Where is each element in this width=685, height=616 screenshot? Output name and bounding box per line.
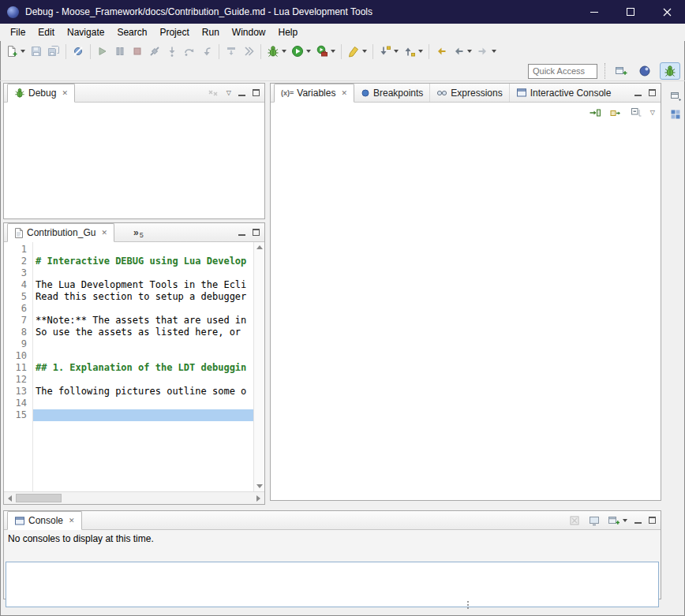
clear-console-icon[interactable]	[568, 514, 581, 527]
minimize-view-icon[interactable]	[634, 90, 642, 96]
code-line[interactable]: The Lua Development Tools in the Ecli	[33, 279, 253, 291]
tab-console[interactable]: Console ✕	[7, 511, 82, 530]
code-line[interactable]	[33, 409, 253, 421]
tab-interactive-console[interactable]: Interactive Console	[509, 84, 618, 102]
open-console-button[interactable]	[608, 514, 627, 527]
minimized-view-stack-button[interactable]	[667, 106, 683, 122]
terminate-button[interactable]	[129, 43, 146, 60]
perspective-ldt-button[interactable]	[634, 62, 655, 80]
tab-variables[interactable]: (x)= Variables ✕	[274, 84, 354, 103]
scroll-right-icon[interactable]	[256, 495, 260, 502]
vertical-scrollbar[interactable]	[253, 242, 264, 491]
menu-search[interactable]: Search	[110, 25, 153, 39]
back-dropdown-icon[interactable]	[467, 50, 472, 53]
step-into-button[interactable]	[163, 43, 181, 60]
back-button[interactable]	[450, 43, 474, 60]
run-dropdown-icon[interactable]	[306, 50, 311, 53]
disconnect-button[interactable]	[146, 43, 163, 60]
resume-button[interactable]	[94, 43, 111, 60]
quick-access-input[interactable]	[528, 64, 597, 79]
close-tab-icon[interactable]: ✕	[101, 229, 107, 237]
new-dropdown-icon[interactable]	[21, 50, 25, 53]
menu-project[interactable]: Project	[153, 25, 195, 39]
code-line[interactable]	[33, 350, 253, 362]
open-console-dropdown-icon[interactable]	[623, 519, 627, 522]
run-button[interactable]	[289, 43, 313, 60]
next-annotation-dropdown-icon[interactable]	[394, 50, 399, 53]
close-tab-icon[interactable]: ✕	[62, 89, 68, 97]
code-line[interactable]: ## 1. Explanation of the LDT debuggin	[33, 362, 253, 374]
show-logical-structures-icon[interactable]	[609, 106, 622, 119]
display-selected-console-icon[interactable]	[588, 514, 601, 527]
view-menu-icon[interactable]: ▽	[650, 110, 655, 116]
close-tab-icon[interactable]: ✕	[341, 89, 347, 97]
code-line[interactable]	[33, 244, 253, 256]
maximize-view-icon[interactable]	[253, 229, 260, 236]
maximize-view-icon[interactable]	[253, 89, 260, 96]
code-line[interactable]	[33, 398, 253, 409]
external-tools-button[interactable]	[313, 43, 338, 60]
maximize-button[interactable]	[612, 0, 649, 24]
external-tools-dropdown-icon[interactable]	[331, 50, 335, 53]
previous-annotation-dropdown-icon[interactable]	[418, 50, 423, 53]
code-line[interactable]	[33, 267, 253, 279]
menu-window[interactable]: Window	[226, 25, 272, 39]
last-edit-location-button[interactable]	[432, 43, 450, 60]
show-type-names-icon[interactable]	[589, 106, 601, 119]
debug-button[interactable]	[264, 43, 289, 60]
scroll-up-icon[interactable]	[256, 245, 263, 249]
code-area[interactable]: # Interactive DEBUG using Lua DevelopThe…	[33, 242, 253, 491]
tab-contribution-guide[interactable]: Contribution_Gu ✕	[7, 223, 114, 242]
collapse-all-icon[interactable]	[630, 106, 642, 119]
statusbar-grip[interactable]	[467, 601, 469, 609]
menu-file[interactable]: File	[4, 25, 32, 39]
forward-dropdown-icon[interactable]	[492, 50, 496, 53]
menu-run[interactable]: Run	[196, 25, 226, 39]
code-line[interactable]: Read this section to setup a debugger	[33, 291, 253, 303]
menu-navigate[interactable]: Navigate	[61, 25, 110, 39]
tab-breakpoints[interactable]: Breakpoints	[354, 84, 429, 102]
save-all-button[interactable]	[45, 43, 62, 60]
hidden-editors-chevron[interactable]: » 5	[127, 223, 150, 241]
remove-all-terminated-icon[interactable]	[207, 88, 219, 99]
minimize-view-icon[interactable]	[238, 230, 245, 236]
view-menu-icon[interactable]: ▽	[226, 90, 231, 96]
perspective-debug-button[interactable]	[660, 62, 680, 80]
code-line[interactable]	[33, 338, 253, 350]
code-line[interactable]	[33, 374, 253, 386]
tab-debug-view[interactable]: Debug ✕	[7, 84, 75, 103]
code-line[interactable]: **Note:** The assets that are used in	[33, 315, 253, 327]
variables-view-content[interactable]	[271, 123, 661, 500]
code-line[interactable]	[33, 303, 253, 315]
step-return-button[interactable]	[198, 43, 215, 60]
save-button[interactable]	[28, 43, 45, 60]
menu-help[interactable]: Help	[272, 25, 305, 39]
mark-occurrences-button[interactable]	[345, 43, 369, 60]
close-button[interactable]	[649, 0, 685, 24]
code-line[interactable]: So use the assets as listed here, or	[33, 327, 253, 338]
maximize-view-icon[interactable]	[649, 89, 656, 96]
horizontal-scrollbar[interactable]	[4, 491, 264, 504]
maximize-view-icon[interactable]	[649, 517, 656, 524]
restore-minimized-view-button[interactable]	[667, 87, 683, 103]
minimize-view-icon[interactable]	[238, 90, 245, 96]
console-text-viewer[interactable]	[6, 562, 659, 607]
next-annotation-button[interactable]	[376, 43, 401, 60]
code-line[interactable]: # Interactive DEBUG using Lua Develop	[33, 256, 253, 267]
minimize-button[interactable]	[576, 0, 612, 24]
mark-occurrences-dropdown-icon[interactable]	[362, 50, 367, 53]
scroll-down-icon[interactable]	[256, 484, 263, 488]
use-step-filters-button[interactable]	[240, 43, 257, 60]
debug-view-content[interactable]	[4, 103, 264, 218]
menu-edit[interactable]: Edit	[32, 25, 61, 39]
minimize-view-icon[interactable]	[634, 517, 642, 524]
drop-to-frame-button[interactable]	[223, 43, 240, 60]
close-tab-icon[interactable]: ✕	[69, 517, 75, 525]
scrollbar-thumb[interactable]	[16, 494, 62, 502]
code-line[interactable]: The following pictures outline some o	[33, 386, 253, 398]
new-button[interactable]	[3, 43, 28, 60]
scroll-left-icon[interactable]	[8, 495, 12, 502]
previous-annotation-button[interactable]	[401, 43, 425, 60]
step-over-button[interactable]	[181, 43, 198, 60]
debug-dropdown-icon[interactable]	[282, 50, 286, 53]
